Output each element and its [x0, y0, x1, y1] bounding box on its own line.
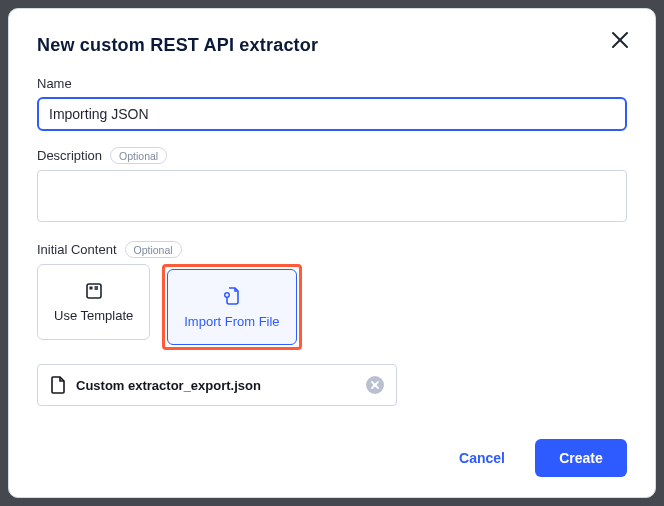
description-section: Description Optional	[37, 147, 627, 225]
modal-title: New custom REST API extractor	[37, 35, 627, 56]
initial-content-label: Initial Content	[37, 242, 117, 257]
close-button[interactable]	[607, 27, 633, 53]
svg-rect-2	[87, 284, 101, 298]
description-label-row: Description Optional	[37, 147, 627, 164]
file-icon	[50, 376, 66, 394]
name-label: Name	[37, 76, 627, 91]
cancel-button[interactable]: Cancel	[439, 439, 525, 477]
initial-content-section: Initial Content Optional Use Template Im…	[37, 241, 627, 406]
create-button[interactable]: Create	[535, 439, 627, 477]
selected-file-name: Custom extractor_export.json	[76, 378, 261, 393]
selected-file-chip: Custom extractor_export.json	[37, 364, 397, 406]
use-template-label: Use Template	[54, 308, 133, 323]
initial-content-label-row: Initial Content Optional	[37, 241, 627, 258]
use-template-option[interactable]: Use Template	[37, 264, 150, 340]
clear-icon	[370, 380, 380, 390]
svg-rect-3	[89, 286, 92, 289]
template-icon	[85, 282, 103, 300]
import-file-highlight: Import From File	[162, 264, 301, 350]
modal-footer: Cancel Create	[37, 435, 627, 477]
file-arrow-icon	[222, 286, 242, 306]
description-label: Description	[37, 148, 102, 163]
description-input[interactable]	[37, 170, 627, 222]
clear-file-button[interactable]	[366, 376, 384, 394]
name-input[interactable]	[37, 97, 627, 131]
initial-content-optional-pill: Optional	[125, 241, 182, 258]
description-optional-pill: Optional	[110, 147, 167, 164]
import-from-file-option[interactable]: Import From File	[167, 269, 296, 345]
initial-content-options: Use Template Import From File	[37, 264, 627, 350]
close-icon	[610, 30, 630, 50]
import-from-file-label: Import From File	[184, 314, 279, 329]
name-section: Name	[37, 76, 627, 131]
modal: New custom REST API extractor Name Descr…	[8, 8, 656, 498]
